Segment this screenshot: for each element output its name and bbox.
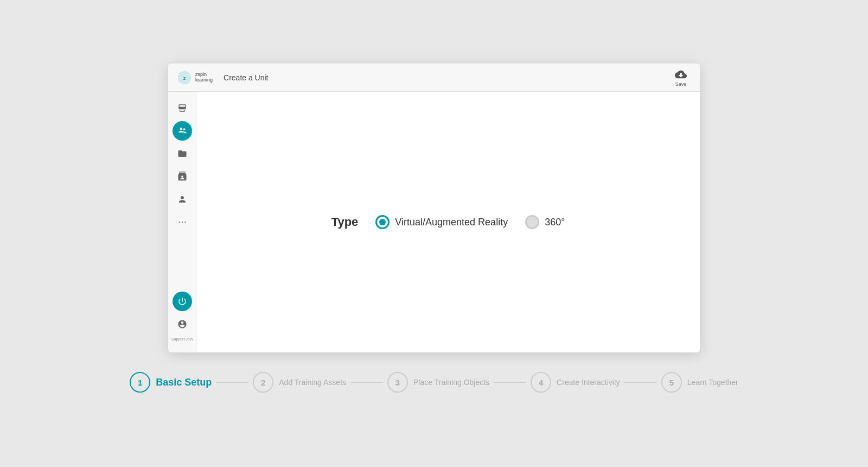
- type-label: Type: [331, 215, 359, 229]
- step-3-label: Place Training Objects: [413, 378, 489, 387]
- step-connector-3-4: [494, 382, 526, 383]
- logo-area: Z zspin learning: [177, 70, 213, 85]
- step-2-label: Add Training Assets: [279, 378, 346, 387]
- sidebar-top: [173, 98, 192, 289]
- step-2: 2 Add Training Assets: [253, 372, 346, 393]
- logo-text: zspin learning: [195, 72, 213, 83]
- radio-360-circle[interactable]: [525, 215, 539, 229]
- logo-icon: Z: [177, 70, 192, 85]
- svg-point-3: [180, 128, 182, 130]
- save-label: Save: [675, 81, 687, 87]
- step-2-circle[interactable]: 2: [253, 372, 273, 393]
- step-1: 1 Basic Setup: [130, 372, 212, 393]
- radio-vr-label: Virtual/Augmented Reality: [395, 217, 508, 228]
- radio-option-vr[interactable]: Virtual/Augmented Reality: [375, 215, 508, 229]
- sidebar-item-more[interactable]: [173, 212, 192, 232]
- step-4-label: Create Interactivity: [557, 378, 620, 387]
- save-button[interactable]: Save: [671, 66, 691, 89]
- svg-point-4: [183, 128, 185, 130]
- wizard-steps: 1 Basic Setup 2 Add Training Assets 3 Pl…: [130, 352, 738, 403]
- sidebar: Support Join: [168, 92, 196, 352]
- step-4-circle[interactable]: 4: [531, 372, 551, 393]
- type-selector: Type Virtual/Augmented Reality 360°: [331, 215, 565, 229]
- app-container: Z zspin learning Create a Unit Save: [168, 64, 700, 352]
- main-area: Support Join Type Virtual/Augmented Real…: [168, 92, 700, 352]
- sidebar-item-account[interactable]: [173, 314, 192, 334]
- step-5-circle[interactable]: 5: [661, 372, 682, 393]
- step-connector-2-3: [350, 382, 383, 383]
- step-connector-1-2: [216, 382, 248, 383]
- step-3: 3 Place Training Objects: [387, 372, 489, 393]
- page-title: Create a Unit: [224, 73, 268, 82]
- step-5: 5 Learn Together: [661, 372, 738, 393]
- header-bar: Z zspin learning Create a Unit Save: [168, 64, 700, 92]
- sidebar-item-users[interactable]: [173, 121, 192, 141]
- step-1-label: Basic Setup: [156, 377, 212, 388]
- step-4: 4 Create Interactivity: [531, 372, 620, 393]
- page-wrapper: Z zspin learning Create a Unit Save: [0, 0, 868, 467]
- content-panel: Type Virtual/Augmented Reality 360°: [196, 92, 700, 352]
- radio-vr-circle[interactable]: [375, 215, 390, 229]
- svg-point-7: [184, 222, 186, 223]
- sidebar-bottom: Support Join: [171, 292, 193, 346]
- step-5-label: Learn Together: [687, 378, 738, 387]
- sidebar-item-person[interactable]: [173, 190, 192, 209]
- svg-point-5: [178, 222, 180, 223]
- sidebar-item-layers[interactable]: [173, 98, 192, 118]
- svg-rect-2: [178, 107, 186, 110]
- radio-option-360[interactable]: 360°: [525, 215, 565, 229]
- save-cloud-icon: [675, 68, 687, 80]
- step-3-circle[interactable]: 3: [387, 372, 408, 393]
- sidebar-item-folder[interactable]: [173, 144, 192, 163]
- svg-text:Z: Z: [183, 75, 186, 80]
- sidebar-item-power[interactable]: [173, 292, 192, 311]
- step-1-circle[interactable]: 1: [130, 372, 150, 393]
- header-left: Z zspin learning Create a Unit: [177, 70, 269, 85]
- support-label: Support Join: [171, 337, 193, 342]
- sidebar-item-contacts[interactable]: [173, 167, 192, 186]
- radio-360-label: 360°: [545, 217, 565, 228]
- step-connector-4-5: [624, 382, 657, 383]
- svg-point-6: [181, 222, 182, 223]
